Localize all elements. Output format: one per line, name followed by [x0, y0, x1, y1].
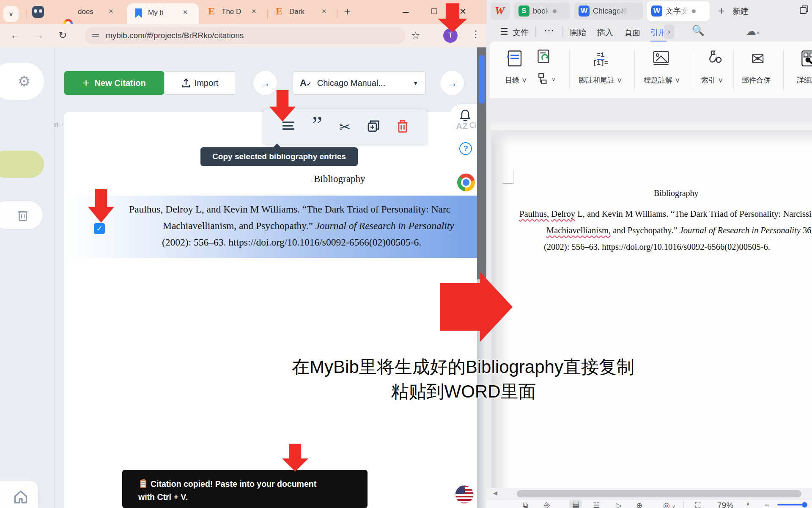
site-settings-icon[interactable]: [92, 33, 100, 39]
bell-icon[interactable]: [459, 109, 471, 122]
menu-more[interactable]: ⋯: [544, 25, 554, 36]
toc-levels-icon[interactable]: ∨: [538, 73, 555, 87]
tab-close-icon[interactable]: ✕: [183, 8, 188, 16]
menu-start[interactable]: 開始: [570, 27, 586, 38]
tab-google[interactable]: does: [78, 8, 102, 16]
update-toc-icon[interactable]: [537, 49, 551, 65]
bookmark-star-icon[interactable]: ☆: [411, 30, 420, 41]
eye-icon[interactable]: ◎ ∨: [663, 501, 675, 508]
outline-view-icon[interactable]: ☱: [593, 501, 600, 508]
settings-label[interactable]: 詳細設: [797, 75, 812, 85]
new-document-label[interactable]: 新建: [732, 6, 749, 17]
index-icon[interactable]: [706, 49, 723, 69]
wps-home-button[interactable]: W: [491, 3, 510, 19]
import-button[interactable]: Import: [164, 71, 236, 95]
address-bar[interactable]: mybib.com/#/projects/BrRRko/citations: [85, 27, 405, 44]
settings-icon[interactable]: [801, 50, 812, 69]
sort-az-icon[interactable]: AZ: [456, 121, 468, 131]
zoom-dropdown-icon[interactable]: ∨: [746, 501, 750, 507]
forward-icon[interactable]: →: [34, 29, 44, 41]
sidebar-settings-button[interactable]: ⚙: [0, 63, 44, 100]
profile-avatar[interactable]: T: [443, 28, 458, 43]
doc-tab-active[interactable]: W 文字文: [647, 1, 710, 21]
document-page[interactable]: [491, 131, 812, 488]
scroll-left-icon[interactable]: ◀: [493, 490, 497, 496]
tab-close-icon[interactable]: ✕: [251, 8, 257, 15]
scroll-right-button-1[interactable]: →: [253, 70, 277, 96]
home-icon: [13, 490, 28, 504]
search-icon[interactable]: 🔍: [692, 25, 705, 36]
back-icon[interactable]: ←: [10, 29, 20, 41]
horizontal-scrollbar-thumb[interactable]: [517, 490, 801, 497]
citation-style-selector[interactable]: A✓ Chicago Manual... ▼: [293, 71, 425, 95]
mail-merge-label[interactable]: 郵件合併: [742, 75, 771, 85]
menu-divider: [562, 26, 563, 37]
citation-checkbox[interactable]: ✓: [94, 223, 105, 234]
sidebar-trash-button[interactable]: [0, 201, 43, 229]
index-label[interactable]: 索引 ∨: [701, 75, 724, 85]
copy-bibliography-icon[interactable]: [282, 121, 295, 133]
tab-mybib-active[interactable]: My fi ✕: [127, 3, 199, 24]
caption-label[interactable]: 標題註解 ∨: [644, 75, 680, 85]
sign-in-icon[interactable]: ⎆: [544, 501, 550, 508]
toc-icon[interactable]: [507, 50, 523, 69]
scissors-icon[interactable]: ✂: [339, 119, 351, 135]
tab-close-icon[interactable]: ✕: [321, 8, 327, 15]
browser-menu-icon[interactable]: ⋮: [471, 29, 480, 40]
cloud-offline-icon[interactable]: ☁✕: [746, 25, 760, 37]
tab-ebsco-2[interactable]: Dark: [289, 8, 314, 16]
sheet-icon: S: [518, 6, 529, 17]
import-label: Import: [195, 78, 219, 88]
footnote-label[interactable]: 腳註和尾註 ∨: [579, 75, 623, 85]
minimize-button[interactable]: –: [403, 5, 409, 18]
new-citation-button[interactable]: + New Citation: [64, 71, 164, 95]
references-ribbon: 目錄 ∨ ∨ =1[i]= 腳: [490, 41, 812, 98]
play-view-icon[interactable]: ▷: [616, 501, 622, 508]
duplicate-icon[interactable]: [367, 120, 380, 134]
menu-insert[interactable]: 插入: [597, 27, 613, 38]
new-document-icon[interactable]: +: [718, 4, 724, 17]
zoom-level[interactable]: 79%: [717, 501, 733, 508]
reload-icon[interactable]: ↻: [58, 29, 67, 41]
menu-file[interactable]: 文件: [513, 27, 529, 38]
scroll-right-button-2[interactable]: →: [440, 70, 464, 96]
tab-ebsco-1[interactable]: The D: [222, 8, 247, 16]
fit-page-icon[interactable]: ⛶: [695, 501, 701, 508]
web-view-icon[interactable]: ⊕: [636, 501, 642, 508]
language-button[interactable]: [452, 481, 477, 508]
chrome-icon[interactable]: [457, 174, 475, 191]
close-button[interactable]: ✕: [459, 6, 466, 17]
menu-page[interactable]: 頁面: [624, 27, 640, 38]
zoom-slider-handle[interactable]: [802, 502, 807, 508]
ebsco-favicon: E: [276, 6, 283, 17]
doc-tab-chicago[interactable]: W Chicago格: [574, 3, 643, 19]
sidebar-home-button[interactable]: [0, 480, 39, 508]
citation-row-selected[interactable]: Paulhus, Delroy L, and Kevin M Williams.…: [64, 196, 477, 258]
toc-label[interactable]: 目錄 ∨: [505, 75, 527, 85]
zoom-slider-track[interactable]: [777, 504, 804, 505]
ribbon-divider: [569, 49, 570, 91]
mail-merge-icon[interactable]: ✉: [751, 51, 765, 67]
doc-tab-sheet[interactable]: S book: [514, 3, 570, 19]
task-pane-icon[interactable]: ⧉: [523, 501, 528, 508]
restore-window-icon[interactable]: [799, 5, 809, 16]
quote-icon[interactable]: ”: [312, 121, 322, 133]
chevron-down-icon: ▼: [413, 80, 418, 86]
tab-close-icon[interactable]: ✕: [108, 8, 114, 15]
horizontal-scrollbar[interactable]: ◀: [486, 488, 812, 500]
page-scrollbar-thumb[interactable]: [479, 55, 485, 104]
menu-overflow-chevron[interactable]: ›: [664, 25, 674, 39]
delete-icon[interactable]: [397, 119, 409, 135]
pinned-extension-tab[interactable]: [32, 6, 44, 18]
page-view-icon[interactable]: ▤: [569, 500, 582, 508]
new-tab-button[interactable]: +: [344, 5, 351, 18]
hamburger-icon[interactable]: ☰: [500, 26, 508, 37]
tab-search-button[interactable]: ∨: [3, 6, 19, 22]
sidebar-project-pill[interactable]: [0, 151, 44, 178]
caption-icon[interactable]: [652, 50, 670, 68]
wps-menu-bar: ☰ 文件 ⋯ 開始 插入 頁面 引用 › 🔍 ☁✕ 分享 ∨: [486, 22, 812, 41]
maximize-button[interactable]: □: [431, 6, 437, 16]
footnote-icon[interactable]: =1[i]=: [590, 51, 612, 68]
help-icon[interactable]: ?: [459, 142, 472, 155]
zoom-out-icon[interactable]: −: [765, 501, 769, 508]
